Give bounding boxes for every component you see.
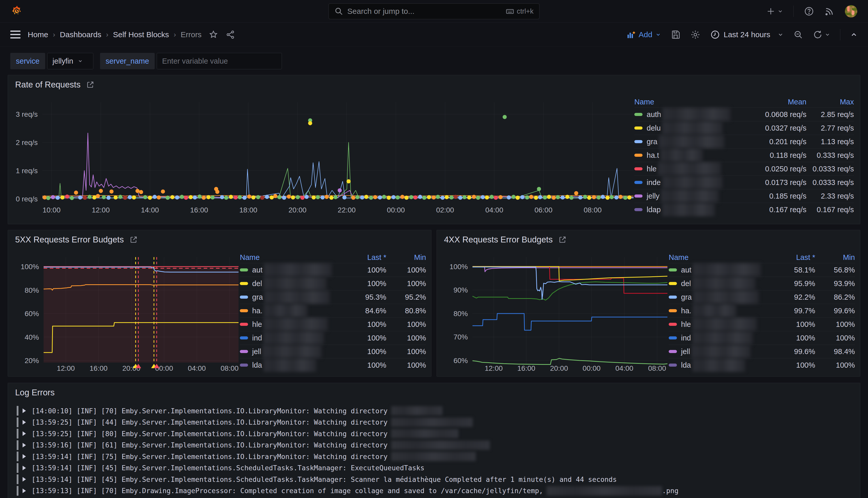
search-input[interactable] bbox=[347, 7, 506, 16]
series-color-chip bbox=[634, 140, 642, 143]
legend-value-2: 0.0333 req/s bbox=[806, 178, 854, 187]
log-line[interactable]: [14:00:10] [INF] [70] Emby.Server.Implem… bbox=[17, 405, 852, 417]
log-line[interactable]: [13:59:25] [INF] [44] Emby.Server.Implem… bbox=[17, 417, 852, 428]
legend-header-last[interactable]: Last * bbox=[339, 253, 386, 262]
expand-chevron-icon[interactable] bbox=[23, 466, 26, 470]
redacted-series-name bbox=[658, 162, 721, 175]
log-line[interactable]: [13:59:14] [INF] [45] Emby.Server.Implem… bbox=[17, 474, 852, 485]
refresh-button[interactable] bbox=[813, 30, 830, 40]
expand-chevron-icon[interactable] bbox=[23, 443, 26, 447]
legend-header-mean[interactable]: Mean bbox=[751, 98, 806, 106]
time-range-picker[interactable]: Last 24 hours bbox=[710, 30, 784, 40]
legend-row[interactable]: jell99.6%98.4% bbox=[669, 344, 855, 358]
search-bar[interactable]: ctrl+k bbox=[329, 3, 539, 19]
panel-title-text: Log Errors bbox=[15, 388, 55, 397]
expand-chevron-icon[interactable] bbox=[23, 488, 26, 493]
collapse-chevron-up-icon[interactable] bbox=[850, 31, 858, 39]
save-dashboard-icon[interactable] bbox=[671, 30, 681, 40]
legend-row[interactable]: auth0.0608 req/s2.85 req/s bbox=[634, 107, 854, 121]
legend-row[interactable]: jell100%100% bbox=[240, 344, 426, 358]
divider bbox=[840, 29, 840, 40]
legend-header-min[interactable]: Min bbox=[815, 253, 855, 262]
dashboard-settings-gear-icon[interactable] bbox=[690, 29, 700, 40]
legend-header-last[interactable]: Last * bbox=[768, 253, 815, 262]
svg-text:12:00: 12:00 bbox=[92, 206, 110, 214]
redacted-series-name bbox=[264, 277, 326, 290]
log-line[interactable]: [13:59:14] [INF] [75] Emby.Server.Implem… bbox=[17, 451, 852, 462]
legend-value-1: 100% bbox=[339, 279, 386, 288]
svg-text:04:00: 04:00 bbox=[615, 364, 633, 372]
news-rss-button[interactable] bbox=[824, 6, 834, 16]
series-name-prefix: aut bbox=[681, 266, 691, 274]
time-series-chart-4xx: 12:0016:0020:0000:0004:0008:00100%90%80%… bbox=[443, 251, 669, 374]
log-line[interactable]: [13:59:16] [INF] [61] Emby.Server.Implem… bbox=[17, 440, 852, 451]
grafana-logo[interactable] bbox=[11, 5, 24, 18]
help-button[interactable] bbox=[804, 6, 814, 16]
legend-row[interactable]: jelly0.185 req/s2.33 req/s bbox=[634, 189, 854, 203]
share-icon[interactable] bbox=[226, 30, 235, 39]
panel-title-text: Rate of Requests bbox=[15, 80, 81, 90]
legend-value-1: 0.167 req/s bbox=[751, 206, 806, 214]
panel-title-5xx[interactable]: 5XX Requests Error Budgets bbox=[15, 235, 138, 245]
legend-row[interactable]: aut58.1%56.8% bbox=[669, 263, 855, 277]
user-avatar[interactable] bbox=[845, 5, 857, 17]
log-line[interactable]: [13:59:25] [INF] [80] Emby.Server.Implem… bbox=[17, 428, 852, 440]
panel-4xx-error-budgets: 4XX Requests Error Budgets 12:0016:0020:… bbox=[437, 230, 860, 377]
legend-header-min[interactable]: Min bbox=[386, 253, 426, 262]
legend-value-2: 100% bbox=[815, 361, 855, 369]
legend-header-name[interactable]: Name bbox=[634, 98, 751, 106]
legend-row[interactable]: hle100%100% bbox=[240, 317, 426, 331]
menu-toggle-icon[interactable] bbox=[10, 30, 21, 39]
expand-chevron-icon[interactable] bbox=[23, 454, 26, 459]
legend-row[interactable]: inde0.0173 req/s0.0333 req/s bbox=[634, 175, 854, 189]
legend-header-name[interactable]: Name bbox=[669, 253, 768, 262]
legend-row[interactable]: gra95.3%95.2% bbox=[240, 290, 426, 304]
legend-header-max[interactable]: Max bbox=[806, 98, 854, 106]
variable-server-name-input[interactable] bbox=[157, 53, 282, 69]
legend-row[interactable]: hle0.0250 req/s0.0333 req/s bbox=[634, 162, 854, 175]
zoom-out-icon[interactable] bbox=[793, 30, 803, 40]
legend-row[interactable]: ind100%100% bbox=[669, 331, 855, 344]
external-link-icon[interactable] bbox=[130, 236, 138, 244]
legend-header-name[interactable]: Name bbox=[240, 253, 339, 262]
panel-title-4xx[interactable]: 4XX Requests Error Budgets bbox=[444, 235, 566, 245]
log-line[interactable]: [13:59:13] [INF] [70] Emby.Drawing.Image… bbox=[17, 485, 852, 497]
series-color-chip bbox=[669, 364, 677, 367]
expand-chevron-icon[interactable] bbox=[23, 477, 26, 482]
legend-row[interactable]: ha.t0.118 req/s0.333 req/s bbox=[634, 148, 854, 162]
legend-row[interactable]: gra0.201 req/s1.13 req/s bbox=[634, 135, 854, 148]
breadcrumb-item-home[interactable]: Home bbox=[28, 30, 48, 39]
legend-row[interactable]: lda100%100% bbox=[669, 358, 855, 372]
external-link-icon[interactable] bbox=[86, 81, 94, 89]
expand-chevron-icon[interactable] bbox=[23, 431, 26, 436]
legend-row[interactable]: del100%100% bbox=[240, 277, 426, 290]
legend-row[interactable]: lda100%100% bbox=[240, 358, 426, 372]
breadcrumb-item-dashboards[interactable]: Dashboards bbox=[60, 30, 101, 39]
favorite-star-icon[interactable] bbox=[209, 30, 218, 39]
legend-row[interactable]: ldap0.167 req/s0.167 req/s bbox=[634, 203, 854, 216]
variable-service-dropdown[interactable]: jellyfin bbox=[47, 53, 93, 69]
panel-title-rate[interactable]: Rate of Requests bbox=[15, 80, 94, 90]
legend-row[interactable]: ha.84.6%80.8% bbox=[240, 304, 426, 317]
legend-row[interactable]: ind100%100% bbox=[240, 331, 426, 344]
series-color-chip bbox=[634, 127, 642, 130]
add-panel-button[interactable]: Add bbox=[626, 30, 661, 39]
log-level-bar bbox=[17, 440, 18, 450]
external-link-icon[interactable] bbox=[558, 236, 566, 244]
series-name-prefix: auth bbox=[646, 110, 661, 119]
new-menu-button[interactable] bbox=[766, 7, 783, 16]
breadcrumb-item-self-host-blocks[interactable]: Self Host Blocks bbox=[113, 30, 169, 39]
legend-row[interactable]: delu0.0327 req/s2.77 req/s bbox=[634, 121, 854, 135]
legend-row[interactable]: del95.9%93.9% bbox=[669, 277, 855, 290]
expand-chevron-icon[interactable] bbox=[23, 408, 26, 413]
log-line[interactable]: [13:59:14] [INF] [45] Emby.Server.Implem… bbox=[17, 462, 852, 474]
legend-row[interactable]: ha.99.7%99.6% bbox=[669, 304, 855, 317]
legend-row[interactable]: gra92.2%86.2% bbox=[669, 290, 855, 304]
series-color-chip bbox=[240, 364, 248, 367]
legend-row[interactable]: aut100%100% bbox=[240, 263, 426, 277]
time-series-chart-rate: 10:0012:0014:0016:0018:0020:0022:0000:00… bbox=[14, 96, 637, 221]
panel-title-logs[interactable]: Log Errors bbox=[15, 388, 55, 397]
legend-row[interactable]: hle100%100% bbox=[669, 317, 855, 331]
series-color-chip bbox=[669, 309, 677, 312]
expand-chevron-icon[interactable] bbox=[23, 420, 26, 424]
